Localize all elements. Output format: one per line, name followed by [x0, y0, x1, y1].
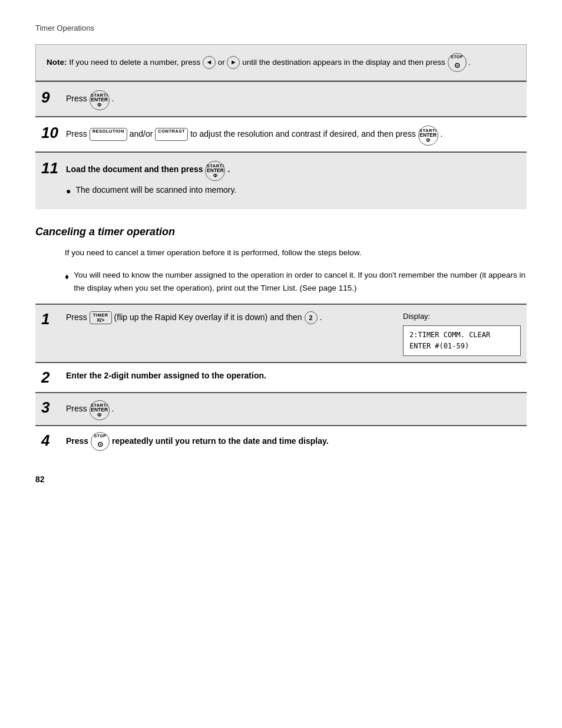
stop-key-note: STOP ⊙: [448, 53, 467, 72]
cancel-section-intro: If you need to cancel a timer operation …: [65, 246, 527, 259]
step-11-content: Load the document and then press START/ …: [66, 160, 527, 202]
start-enter-key-c3: START/ ENTER Φ: [90, 400, 110, 420]
cancel-bullet-text: You will need to know the number assigne…: [74, 269, 527, 294]
step-10-content: Press RESOLUTION and/or CONTRAST to adju…: [66, 124, 527, 144]
step-11-num: 11: [35, 160, 66, 177]
contrast-key: CONTRAST: [155, 128, 188, 141]
stop-key-c4: STOP ⊙: [91, 432, 110, 451]
step-10-row: 10 Press RESOLUTION and/or CONTRAST to a…: [35, 116, 527, 151]
cancel-step-2-content: Enter the 2-digit number assigned to the…: [66, 369, 527, 382]
step-11-bullet: The document will be scanned into memory…: [75, 183, 236, 196]
num2-key: 2: [305, 311, 318, 324]
start-enter-key-10: START/ ENTER Φ: [418, 126, 438, 146]
display-label: Display:: [403, 311, 521, 323]
start-enter-key-11: START/ ENTER Φ: [205, 161, 225, 181]
cancel-step-4-row: 4 Press STOP ⊙ repeatedly until you retu…: [35, 425, 527, 457]
note-text3: until the destination appears in the dis…: [242, 58, 447, 67]
right-arrow-key: ►: [227, 56, 240, 69]
display-box: 2:TIMER COMM. CLEAR ENTER #(01-59): [403, 325, 521, 356]
cancel-step-4-num: 4: [35, 432, 66, 449]
left-arrow-key: ◄: [203, 56, 216, 69]
step-9-num: 9: [35, 89, 66, 106]
cancel-section-heading: Canceling a timer operation: [35, 226, 527, 238]
cancel-step-2-row: 2 Enter the 2-digit number assigned to t…: [35, 362, 527, 392]
cancel-section-bullet: ♦ You will need to know the number assig…: [65, 269, 527, 294]
cancel-step-1-row: 1 Press TIMER X/> (flip up the Rapid Key…: [35, 304, 527, 362]
diamond-bullet: ♦: [65, 270, 69, 283]
page-number: 82: [35, 475, 527, 484]
note-text1: If you need to delete a number, press: [69, 58, 203, 67]
resolution-key: RESOLUTION: [90, 128, 127, 141]
cancel-step-3-row: 3 Press START/ ENTER Φ .: [35, 392, 527, 425]
note-label: Note:: [47, 58, 67, 67]
page-title: Timer Operations: [35, 24, 527, 32]
step-11-row: 11 Load the document and then press STAR…: [35, 151, 527, 209]
timer-key: TIMER X/>: [90, 311, 112, 324]
cancel-step-4-content: Press STOP ⊙ repeatedly until you return…: [66, 432, 527, 451]
step-9-content: Press START/ ENTER Φ .: [66, 89, 527, 109]
note-text2: or: [218, 58, 227, 67]
cancel-step-2-num: 2: [35, 369, 66, 386]
cancel-step-3-num: 3: [35, 399, 66, 416]
cancel-step-1-num: 1: [35, 311, 66, 328]
cancel-step-1-content: Press TIMER X/> (flip up the Rapid Key o…: [66, 311, 527, 356]
start-enter-key-9: START/ ENTER Φ: [90, 90, 110, 110]
step-10-num: 10: [35, 124, 66, 141]
bullet-dot: ●: [66, 185, 71, 197]
note-box: Note: If you need to delete a number, pr…: [35, 44, 527, 81]
cancel-step-3-content: Press START/ ENTER Φ .: [66, 399, 527, 419]
step-9-row: 9 Press START/ ENTER Φ .: [35, 81, 527, 116]
note-period: .: [468, 58, 471, 67]
